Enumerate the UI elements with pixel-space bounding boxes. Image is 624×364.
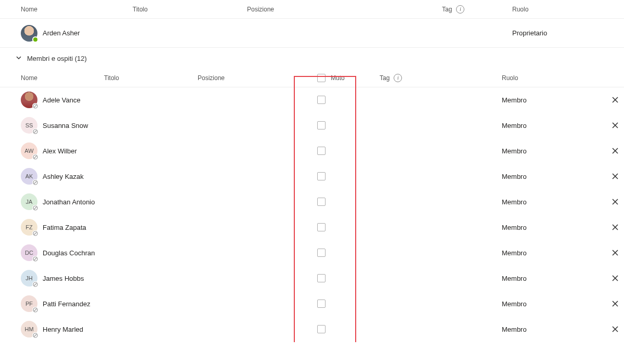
- member-role[interactable]: Membro: [502, 96, 603, 104]
- member-row[interactable]: JAJonathan AntonioMembro: [0, 189, 624, 215]
- member-mute-cell: [317, 249, 380, 257]
- members-group-label: Membri e ospiti (12): [27, 55, 87, 62]
- members-header-row: Nome Titolo Posizione Muto Tag i Ruolo: [0, 69, 624, 87]
- member-row[interactable]: Adele VanceMembro: [0, 87, 624, 113]
- info-icon[interactable]: i: [456, 5, 464, 14]
- col2-muto-label: Muto: [331, 74, 345, 82]
- member-row[interactable]: AWAlex WilberMembro: [0, 138, 624, 164]
- member-role[interactable]: Membro: [502, 300, 603, 308]
- mute-checkbox[interactable]: [317, 96, 326, 104]
- member-name: Ashley Kazak: [43, 173, 84, 180]
- svg-line-5: [34, 131, 37, 133]
- remove-member-button[interactable]: [603, 223, 624, 231]
- member-name: Susanna Snow: [43, 122, 88, 129]
- member-mute-cell: [317, 121, 380, 129]
- mute-checkbox[interactable]: [317, 300, 326, 308]
- mute-checkbox[interactable]: [317, 274, 326, 282]
- col2-muto[interactable]: Muto: [317, 74, 380, 82]
- member-name-cell: Adele Vance: [21, 92, 104, 108]
- members-group-toggle[interactable]: Membri e ospiti (12): [0, 48, 624, 69]
- presence-offline-icon: [32, 256, 38, 262]
- avatar[interactable]: [21, 92, 37, 108]
- avatar[interactable]: AK: [21, 168, 37, 185]
- mute-all-checkbox[interactable]: [317, 74, 326, 82]
- owner-row[interactable]: Arden Asher Proprietario: [0, 19, 624, 48]
- svg-line-29: [34, 283, 37, 286]
- col2-titolo[interactable]: Titolo: [104, 74, 198, 82]
- member-row[interactable]: FZFatima ZapataMembro: [0, 215, 624, 240]
- mute-checkbox[interactable]: [317, 198, 326, 206]
- member-name-cell: PFPatti Fernandez: [21, 295, 104, 312]
- col2-posizione[interactable]: Posizione: [198, 74, 317, 82]
- member-role[interactable]: Membro: [502, 147, 603, 155]
- avatar[interactable]: HM: [21, 321, 37, 337]
- member-mute-cell: [317, 300, 380, 308]
- presence-offline-icon: [32, 332, 38, 339]
- member-role[interactable]: Membro: [502, 326, 603, 333]
- info-icon[interactable]: i: [394, 74, 402, 82]
- mute-checkbox[interactable]: [317, 325, 326, 333]
- member-row[interactable]: AKAshley KazakMembro: [0, 164, 624, 189]
- member-name-cell: AWAlex Wilber: [21, 142, 104, 159]
- remove-member-button[interactable]: [603, 121, 624, 129]
- avatar[interactable]: DC: [21, 244, 37, 261]
- remove-member-button[interactable]: [603, 325, 624, 333]
- col-posizione[interactable]: Posizione: [247, 6, 361, 13]
- member-role[interactable]: Membro: [502, 249, 603, 257]
- owner-role[interactable]: Proprietario: [512, 29, 621, 37]
- member-row[interactable]: SSSusanna SnowMembro: [0, 113, 624, 138]
- member-row[interactable]: HMHenry MarledMembro: [0, 317, 624, 342]
- presence-offline-icon: [32, 281, 38, 288]
- mute-checkbox[interactable]: [317, 121, 326, 129]
- member-name: Douglas Cochran: [43, 249, 95, 257]
- member-row[interactable]: JHJames HobbsMembro: [0, 266, 624, 291]
- mute-checkbox[interactable]: [317, 249, 326, 257]
- remove-member-button[interactable]: [603, 172, 624, 180]
- svg-line-9: [34, 156, 37, 159]
- member-role[interactable]: Membro: [502, 122, 603, 129]
- mute-checkbox[interactable]: [317, 172, 326, 180]
- col-tag[interactable]: Tag i: [442, 5, 512, 14]
- member-role[interactable]: Membro: [502, 198, 603, 206]
- remove-member-button[interactable]: [603, 147, 624, 155]
- col-tag-label: Tag: [442, 6, 452, 13]
- member-row[interactable]: DCDouglas CochranMembro: [0, 240, 624, 266]
- member-role[interactable]: Membro: [502, 275, 603, 282]
- remove-member-button[interactable]: [603, 96, 624, 104]
- presence-offline-icon: [32, 128, 38, 135]
- mute-checkbox[interactable]: [317, 147, 326, 155]
- svg-line-37: [34, 334, 37, 337]
- member-name: Patti Fernandez: [43, 300, 90, 308]
- member-mute-cell: [317, 198, 380, 206]
- svg-line-25: [34, 258, 37, 261]
- avatar[interactable]: JA: [21, 193, 37, 210]
- col-titolo[interactable]: Titolo: [133, 6, 247, 13]
- avatar[interactable]: [21, 25, 37, 42]
- avatar[interactable]: JH: [21, 270, 37, 287]
- remove-member-button[interactable]: [603, 300, 624, 308]
- member-name-cell: SSSusanna Snow: [21, 117, 104, 134]
- member-row[interactable]: PFPatti FernandezMembro: [0, 291, 624, 317]
- avatar[interactable]: PF: [21, 295, 37, 312]
- col2-tag[interactable]: Tag i: [380, 74, 502, 82]
- remove-member-button[interactable]: [603, 198, 624, 206]
- remove-member-button[interactable]: [603, 274, 624, 282]
- member-name: Jonathan Antonio: [43, 198, 95, 206]
- mute-checkbox[interactable]: [317, 223, 326, 231]
- avatar[interactable]: AW: [21, 142, 37, 159]
- avatar[interactable]: FZ: [21, 219, 37, 236]
- svg-line-1: [34, 105, 37, 108]
- member-name: Fatima Zapata: [43, 224, 86, 231]
- member-role[interactable]: Membro: [502, 224, 603, 231]
- member-name-cell: FZFatima Zapata: [21, 219, 104, 236]
- col2-nome[interactable]: Nome: [21, 74, 104, 82]
- col-nome[interactable]: Nome: [21, 6, 133, 13]
- owner-name-cell: Arden Asher: [21, 25, 133, 42]
- remove-member-button[interactable]: [603, 249, 624, 257]
- member-name: Alex Wilber: [43, 147, 77, 155]
- col2-ruolo[interactable]: Ruolo: [502, 74, 603, 82]
- avatar[interactable]: SS: [21, 117, 37, 134]
- member-role[interactable]: Membro: [502, 173, 603, 180]
- col-ruolo[interactable]: Ruolo: [512, 6, 621, 13]
- member-mute-cell: [317, 172, 380, 180]
